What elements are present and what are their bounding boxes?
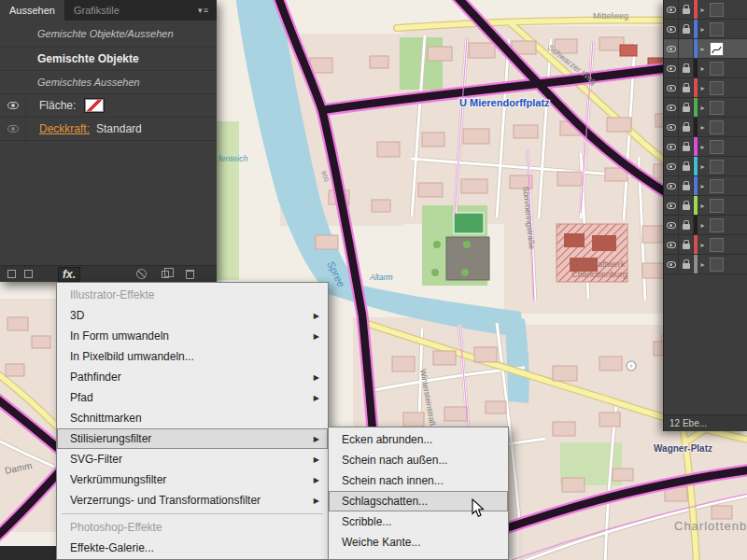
tab-aussehen[interactable]: Aussehen	[0, 0, 64, 21]
appearance-row-mixed-objects[interactable]: Gemischte Objekte	[0, 48, 217, 71]
layer-thumbnail[interactable]	[710, 120, 724, 134]
submenu-item-schein-nach-innen[interactable]: Schein nach innen...	[329, 470, 508, 491]
layer-row-selected[interactable]: ▸	[664, 39, 747, 59]
expand-triangle-icon[interactable]: ▸	[698, 241, 708, 249]
layer-visibility-toggle[interactable]	[664, 157, 679, 175]
menu-item-verzerrungsfilter[interactable]: Verzerrungs- und Transformationsfilter▶	[57, 490, 328, 511]
layer-lock-toggle[interactable]	[679, 137, 694, 156]
layer-visibility-toggle[interactable]	[664, 39, 679, 58]
layer-thumbnail[interactable]	[710, 199, 724, 213]
layer-visibility-toggle[interactable]	[664, 118, 679, 136]
menu-item-pathfinder[interactable]: Pathfinder▶	[57, 367, 328, 387]
add-new-stroke-icon[interactable]	[7, 270, 16, 278]
layer-thumbnail[interactable]	[710, 140, 724, 154]
duplicate-item-icon[interactable]	[162, 271, 169, 278]
expand-triangle-icon[interactable]: ▸	[698, 123, 708, 132]
layer-row[interactable]: ▸	[664, 235, 747, 255]
expand-triangle-icon[interactable]: ▸	[698, 84, 708, 92]
layer-lock-toggle[interactable]	[679, 157, 694, 175]
layer-thumbnail[interactable]	[710, 160, 724, 174]
layer-row[interactable]: ▸	[664, 137, 747, 157]
opacity-visibility-toggle[interactable]	[0, 118, 26, 140]
layer-thumbnail[interactable]	[710, 62, 724, 76]
menu-item-schnittmarken[interactable]: Schnittmarken	[57, 408, 328, 428]
layer-thumbnail[interactable]	[710, 101, 724, 115]
layer-lock-toggle[interactable]	[679, 20, 694, 38]
layer-thumbnail[interactable]	[710, 179, 724, 193]
expand-triangle-icon[interactable]: ▸	[698, 162, 708, 171]
layer-row[interactable]: ▸	[664, 157, 747, 176]
expand-triangle-icon[interactable]: ▸	[698, 64, 708, 73]
layer-visibility-toggle[interactable]	[664, 255, 679, 273]
layer-thumbnail[interactable]	[710, 238, 724, 252]
layer-thumbnail[interactable]	[710, 81, 724, 95]
menu-item-verkruemmungsfilter[interactable]: Verkrümmungsfilter▶	[57, 469, 328, 490]
clear-appearance-icon[interactable]	[136, 269, 147, 279]
layer-row[interactable]: ▸	[664, 176, 747, 196]
layer-thumbnail[interactable]	[710, 22, 724, 36]
layer-row[interactable]: ▸	[664, 255, 747, 274]
layer-row[interactable]: ▸	[664, 78, 747, 98]
layer-lock-toggle[interactable]	[679, 196, 694, 215]
delete-item-icon[interactable]	[186, 270, 194, 279]
appearance-row-mixed-appearance[interactable]: Gemischtes Aussehen	[0, 71, 217, 94]
layer-thumbnail[interactable]	[710, 42, 724, 56]
layer-thumbnail[interactable]	[710, 258, 724, 272]
panel-menu-icon[interactable]: ▾≡	[190, 0, 217, 21]
tab-grafikstile[interactable]: Grafikstile	[64, 0, 129, 21]
layer-row[interactable]: ▸	[664, 20, 747, 39]
appearance-row-opacity[interactable]: Deckkraft: Standard	[0, 118, 217, 141]
layer-lock-toggle[interactable]	[679, 176, 694, 195]
layer-row[interactable]: ▸	[664, 0, 747, 20]
menu-item-3d[interactable]: 3D▶	[57, 305, 328, 326]
layer-lock-toggle[interactable]	[679, 118, 694, 136]
layer-lock-toggle[interactable]	[679, 39, 694, 58]
layer-visibility-toggle[interactable]	[664, 216, 679, 234]
layer-visibility-toggle[interactable]	[664, 20, 679, 38]
layer-lock-toggle[interactable]	[679, 216, 694, 234]
opacity-link[interactable]: Deckkraft:	[39, 122, 90, 135]
expand-triangle-icon[interactable]: ▸	[698, 25, 708, 34]
add-effect-button[interactable]: fx.	[58, 267, 80, 282]
expand-triangle-icon[interactable]: ▸	[698, 202, 708, 210]
layer-thumbnail[interactable]	[710, 3, 724, 17]
layer-lock-toggle[interactable]	[679, 98, 694, 117]
submenu-item-schein-nach-aussen[interactable]: Schein nach außen...	[329, 450, 508, 470]
expand-triangle-icon[interactable]: ▸	[698, 45, 708, 53]
layer-row[interactable]: ▸	[664, 59, 747, 78]
appearance-row-fill[interactable]: Fläche:	[0, 94, 217, 118]
layer-thumbnail[interactable]	[710, 218, 724, 232]
layer-visibility-toggle[interactable]	[664, 59, 679, 77]
layer-visibility-toggle[interactable]	[664, 196, 679, 215]
layer-lock-toggle[interactable]	[679, 59, 694, 77]
fill-swatch[interactable]	[85, 99, 104, 112]
menu-item-pfad[interactable]: Pfad▶	[57, 387, 328, 408]
layer-visibility-toggle[interactable]	[664, 235, 679, 254]
menu-item-effekte-galerie[interactable]: Effekte-Galerie...	[57, 538, 328, 558]
layer-lock-toggle[interactable]	[679, 0, 694, 19]
layer-row[interactable]: ▸	[664, 196, 747, 216]
menu-item-stilisierungsfilter[interactable]: Stilisierungsfilter▶	[57, 428, 328, 449]
layer-visibility-toggle[interactable]	[664, 78, 679, 97]
menu-item-svg-filter[interactable]: SVG-Filter▶	[57, 449, 328, 469]
expand-triangle-icon[interactable]: ▸	[698, 104, 708, 112]
layer-row[interactable]: ▸	[664, 216, 747, 235]
expand-triangle-icon[interactable]: ▸	[698, 260, 708, 269]
menu-item-in-form-umwandeln[interactable]: In Form umwandeln▶	[57, 326, 328, 346]
layer-lock-toggle[interactable]	[679, 78, 694, 97]
appearance-row-mixed-header[interactable]: Gemischte Objekte/Aussehen	[0, 21, 217, 48]
add-new-fill-icon[interactable]	[24, 270, 33, 278]
expand-triangle-icon[interactable]: ▸	[698, 6, 708, 14]
fill-visibility-toggle[interactable]	[0, 94, 26, 117]
expand-triangle-icon[interactable]: ▸	[698, 221, 708, 230]
layer-lock-toggle[interactable]	[679, 235, 694, 254]
layer-visibility-toggle[interactable]	[664, 0, 679, 19]
layer-visibility-toggle[interactable]	[664, 176, 679, 195]
layer-visibility-toggle[interactable]	[664, 137, 679, 156]
layer-row[interactable]: ▸	[664, 98, 747, 118]
layer-row[interactable]: ▸	[664, 118, 747, 137]
layer-visibility-toggle[interactable]	[664, 98, 679, 117]
submenu-item-weiche-kante[interactable]: Weiche Kante...	[329, 532, 508, 553]
menu-item-in-pixelbild-umwandeln[interactable]: In Pixelbild umwandeln...	[57, 346, 328, 367]
expand-triangle-icon[interactable]: ▸	[698, 182, 708, 190]
